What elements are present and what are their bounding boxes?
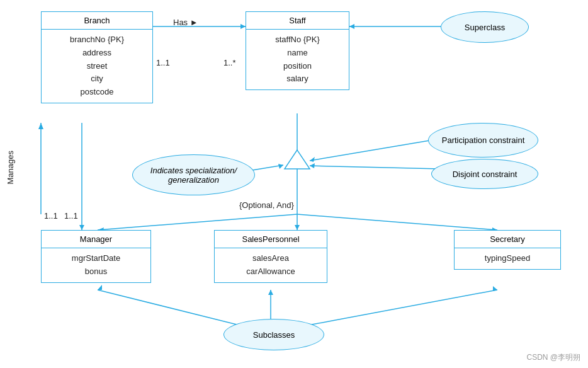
salesperson-class-header: SalesPersonnel bbox=[215, 231, 327, 248]
svg-marker-15 bbox=[38, 123, 43, 129]
salesperson-class: SalesPersonnel salesAreacarAllowance bbox=[214, 230, 327, 283]
optional-and-label: {Optional, And} bbox=[239, 200, 294, 210]
svg-line-28 bbox=[308, 290, 497, 325]
svg-marker-27 bbox=[268, 290, 273, 295]
one-to-one-branch2-label: 1..1 bbox=[64, 211, 78, 221]
svg-line-12 bbox=[297, 214, 497, 230]
staff-class-header: Staff bbox=[246, 12, 349, 30]
svg-marker-6 bbox=[285, 150, 310, 169]
svg-marker-1 bbox=[240, 24, 246, 29]
salesperson-class-body: salesAreacarAllowance bbox=[215, 248, 327, 282]
branch-class: Branch branchNo {PK}addressstreetcitypos… bbox=[41, 11, 153, 103]
secretary-class: Secretary typingSpeed bbox=[454, 230, 561, 270]
disjoint-constraint-label: Disjoint constraint bbox=[453, 170, 517, 179]
svg-marker-3 bbox=[349, 24, 354, 29]
one-to-many-staff-label: 1..* bbox=[223, 58, 236, 67]
svg-marker-19 bbox=[310, 157, 315, 162]
svg-marker-21 bbox=[310, 163, 315, 168]
specialization-ellipse: Indicates specialization/ generalization bbox=[132, 154, 255, 195]
manages-label: Manages bbox=[6, 151, 15, 184]
specialization-label: Indicates specialization/ generalization bbox=[150, 166, 237, 185]
svg-marker-11 bbox=[295, 225, 300, 230]
branch-class-body: branchNo {PK}addressstreetcitypostcode bbox=[42, 30, 152, 103]
subclasses-ellipse: Subclasses bbox=[223, 319, 324, 350]
superclass-ellipse: Superclass bbox=[441, 11, 529, 43]
svg-marker-25 bbox=[98, 285, 102, 290]
manager-class-header: Manager bbox=[42, 231, 150, 248]
secretary-class-header: Secretary bbox=[455, 231, 560, 248]
svg-line-8 bbox=[98, 214, 297, 230]
participation-constraint-ellipse: Participation constraint bbox=[428, 123, 538, 158]
superclass-label: Superclass bbox=[465, 23, 505, 32]
svg-line-20 bbox=[310, 166, 441, 169]
manager-class-body: mgrStartDatebonus bbox=[42, 248, 150, 282]
svg-marker-17 bbox=[79, 225, 84, 230]
one-to-one-branch-label: 1..1 bbox=[156, 58, 170, 67]
subclasses-label: Subclasses bbox=[253, 330, 295, 340]
manager-class: Manager mgrStartDatebonus bbox=[41, 230, 151, 283]
branch-class-header: Branch bbox=[42, 12, 152, 30]
secretary-class-body: typingSpeed bbox=[455, 248, 560, 269]
staff-class-body: staffNo {PK}namepositionsalary bbox=[246, 30, 349, 89]
watermark: CSDN @李明朔 bbox=[526, 352, 580, 363]
svg-marker-29 bbox=[493, 286, 497, 291]
svg-line-24 bbox=[98, 290, 239, 325]
svg-line-18 bbox=[310, 139, 441, 161]
one-to-one-manager-label: 1..1 bbox=[44, 211, 58, 221]
disjoint-constraint-ellipse: Disjoint constraint bbox=[431, 159, 538, 189]
diagram: Branch branchNo {PK}addressstreetcitypos… bbox=[0, 0, 588, 368]
has-label: Has ► bbox=[173, 18, 198, 27]
participation-constraint-label: Participation constraint bbox=[442, 135, 525, 145]
staff-class: Staff staffNo {PK}namepositionsalary bbox=[246, 11, 349, 90]
svg-marker-23 bbox=[278, 164, 283, 169]
